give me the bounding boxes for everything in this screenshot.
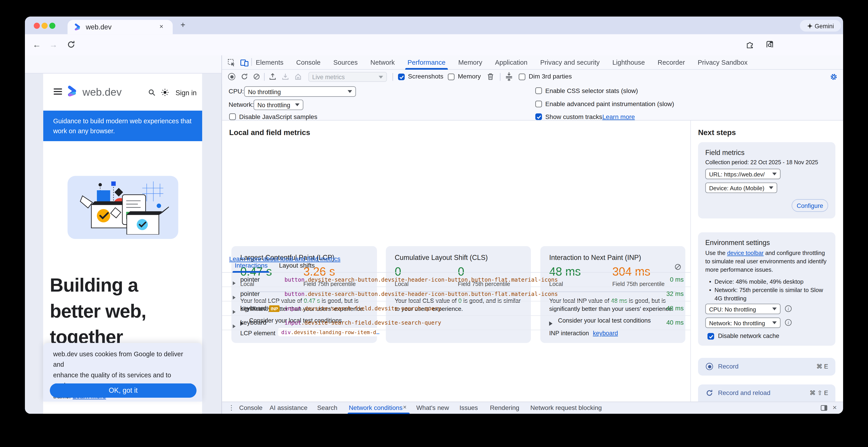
- drawer-active-underline: [348, 413, 410, 414]
- interaction-row[interactable]: pointer button.devsite-search-button.dev…: [222, 273, 691, 287]
- drawer-close-icon[interactable]: ×: [833, 403, 837, 412]
- drawer-tab-close-icon[interactable]: ×: [403, 404, 407, 410]
- sign-in-link[interactable]: Sign in: [176, 89, 196, 97]
- drawer-tab-search[interactable]: Search: [317, 404, 337, 411]
- disable-js-samples-checkbox[interactable]: [229, 113, 236, 120]
- env-cpu-select[interactable]: CPU: No throttling: [705, 304, 781, 314]
- environment-settings-title: Environment settings: [705, 239, 770, 247]
- forward-icon[interactable]: →: [49, 40, 58, 49]
- tab-interactions[interactable]: Interactions: [235, 262, 268, 269]
- new-tab-icon[interactable]: +: [180, 20, 185, 29]
- site-banner: Guidance to build modern web experiences…: [43, 111, 202, 141]
- dim-third-parties-checkbox[interactable]: [519, 73, 525, 80]
- interaction-type: keyboard: [240, 319, 267, 326]
- memory-checkbox[interactable]: [448, 73, 454, 80]
- drawer-tab-whats-new[interactable]: What's new: [416, 404, 449, 411]
- tab-privacy-security[interactable]: Privacy and security: [540, 58, 600, 66]
- drawer-tab-issues[interactable]: Issues: [460, 404, 478, 411]
- interaction-row[interactable]: keyboard input.devsite-search-field.devs…: [222, 316, 691, 330]
- interaction-selector: button.devsite-search-button.devsite-hea…: [285, 277, 558, 283]
- custom-tracks-learn-more-link[interactable]: Learn more: [602, 113, 635, 120]
- browser-toolbar: ← → web.dev: [25, 34, 843, 56]
- show-custom-tracks-checkbox[interactable]: [535, 113, 542, 120]
- webdev-logo[interactable]: [67, 85, 79, 98]
- device-toolbar: [ ▾ 412 × 823 { ▾ | ▾ 'Save-Data': defau…: [25, 56, 221, 74]
- minimize-window-button[interactable]: [41, 23, 48, 29]
- screenshots-checkbox[interactable]: [398, 73, 405, 80]
- inspect-element-icon[interactable]: [227, 59, 235, 66]
- disable-network-cache-checkbox[interactable]: [708, 333, 714, 340]
- webdev-favicon: [74, 23, 82, 31]
- tab-elements[interactable]: Elements: [256, 58, 283, 66]
- tab-close-icon[interactable]: ×: [159, 23, 163, 30]
- browser-tab[interactable]: web.dev ×: [67, 20, 173, 34]
- record-and-reload-button[interactable]: Record and reload ⌘ ⇧ E: [698, 384, 835, 402]
- extensions-puzzle-icon[interactable]: [746, 40, 754, 48]
- history-select: Live metrics: [308, 72, 387, 82]
- metrics-learn-more-link[interactable]: Learn more about local and field metrics: [229, 255, 340, 262]
- advanced-paint-checkbox[interactable]: [535, 101, 542, 107]
- tab-sources[interactable]: Sources: [333, 58, 358, 66]
- memory-label: Memory: [458, 73, 481, 80]
- inp-interaction-link[interactable]: keyboard: [593, 330, 618, 336]
- field-device-select[interactable]: Device: Auto (Mobile): [705, 182, 777, 193]
- back-icon[interactable]: ←: [33, 40, 41, 49]
- drawer-tab-rendering[interactable]: Rendering: [490, 404, 519, 411]
- cpu-throttling-select[interactable]: No throttling: [244, 86, 356, 97]
- tab-search-icon[interactable]: [766, 40, 774, 48]
- interaction-row[interactable]: pointer button.devsite-search-button.dev…: [222, 287, 691, 302]
- hamburger-menu-icon[interactable]: [54, 88, 62, 95]
- env-network-select[interactable]: Network: No throttling: [705, 318, 781, 328]
- device-mode-icon[interactable]: [240, 59, 249, 66]
- record-icon[interactable]: [228, 73, 235, 80]
- sidebar-divider: [690, 121, 691, 402]
- devtools-tabbar: Elements Console Sources Network Perform…: [222, 56, 843, 70]
- gemini-button[interactable]: Gemini: [800, 20, 841, 31]
- clear-icon[interactable]: [253, 73, 260, 80]
- show-custom-tracks-label: Show custom tracks: [546, 113, 602, 120]
- load-profile-icon[interactable]: [269, 73, 276, 80]
- interaction-row[interactable]: keyboard INP input.devsite-search-field.…: [222, 302, 691, 316]
- drawer-tab-network-request-blocking[interactable]: Network request blocking: [530, 404, 602, 411]
- tab-performance[interactable]: Performance: [407, 58, 445, 66]
- field-url-select[interactable]: URL: https://web.dev/: [705, 169, 781, 179]
- inp-interaction-label: INP interaction: [549, 330, 589, 336]
- network-throttling-select[interactable]: No throttling: [254, 100, 303, 110]
- close-window-button[interactable]: [34, 23, 40, 29]
- css-selector-stats-checkbox[interactable]: [535, 87, 542, 94]
- dock-drawer-icon[interactable]: [820, 404, 828, 411]
- tab-layout-shifts[interactable]: Layout shifts: [279, 262, 315, 269]
- tab-lighthouse[interactable]: Lighthouse: [612, 58, 645, 66]
- capture-settings-gear-icon[interactable]: [830, 73, 837, 81]
- drawer-tab-ai-assistance[interactable]: AI assistance: [270, 404, 307, 411]
- reload-icon[interactable]: [67, 40, 75, 48]
- tab-recorder[interactable]: Recorder: [658, 58, 685, 66]
- tab-memory[interactable]: Memory: [458, 58, 482, 66]
- cpu-info-icon[interactable]: i: [785, 305, 792, 312]
- tab-network[interactable]: Network: [370, 58, 395, 66]
- clear-interactions-icon[interactable]: [674, 263, 681, 271]
- interaction-type: keyboard: [240, 305, 267, 311]
- tab-console[interactable]: Console: [296, 58, 320, 66]
- tab-privacy-sandbox[interactable]: Privacy Sandbox: [698, 58, 748, 66]
- gemini-sparkle-icon: [807, 23, 812, 28]
- drawer-tab-network-conditions[interactable]: Network conditions: [349, 404, 403, 411]
- cpu-label: CPU:: [229, 88, 244, 95]
- collect-garbage-icon[interactable]: [487, 72, 494, 81]
- tab-strip: web.dev × + Gemini: [25, 16, 843, 34]
- record-and-reload-icon[interactable]: [241, 73, 248, 80]
- drawer-menu-icon[interactable]: ⋮: [228, 404, 235, 411]
- configure-button[interactable]: Configure: [792, 199, 828, 212]
- site-search-icon[interactable]: [148, 89, 156, 96]
- tab-application[interactable]: Application: [495, 58, 527, 66]
- site-brand[interactable]: web.dev: [83, 86, 122, 98]
- emulation-gutter-right: [202, 73, 221, 414]
- device-toolbar-link[interactable]: device toolbar: [727, 249, 764, 256]
- record-button[interactable]: Record ⌘ E: [698, 358, 835, 376]
- theme-toggle-sun-icon[interactable]: [161, 89, 169, 96]
- network-info-icon[interactable]: i: [785, 319, 792, 326]
- cookie-ok-button[interactable]: OK, got it: [50, 383, 196, 398]
- drawer-tab-console[interactable]: Console: [239, 404, 262, 411]
- compress-panel-icon[interactable]: [505, 72, 513, 81]
- zoom-window-button[interactable]: [49, 23, 56, 29]
